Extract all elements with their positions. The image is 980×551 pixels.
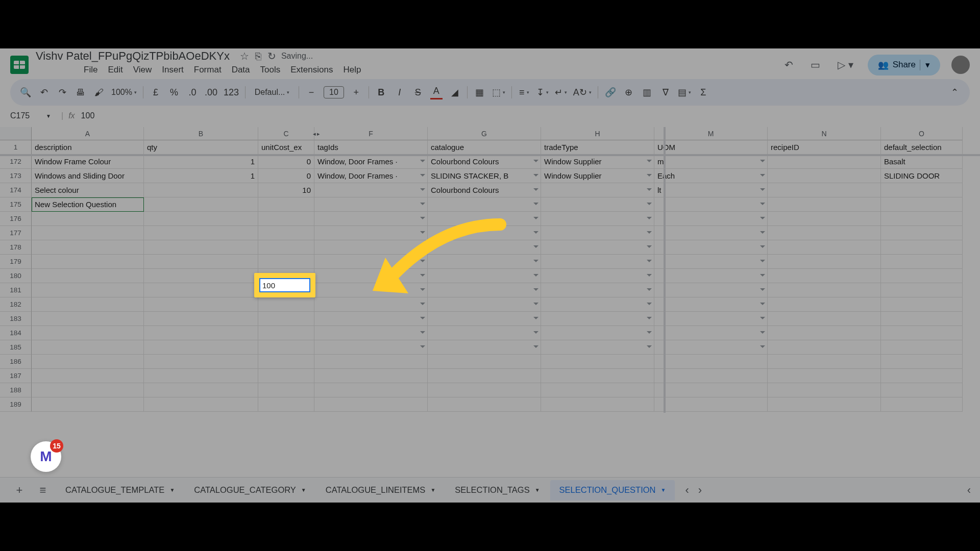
cell[interactable] [654, 255, 768, 269]
cell[interactable]: Select colour [32, 183, 144, 197]
col-header-F[interactable]: F [314, 127, 428, 140]
row-header-182[interactable]: 182 [0, 297, 32, 312]
cell[interactable] [428, 397, 541, 412]
cell[interactable] [314, 183, 428, 197]
sheet-tab[interactable]: SELECTION_TAGS▼ [446, 480, 549, 500]
extension-badge[interactable]: M 15 [31, 441, 61, 472]
cell[interactable] [144, 369, 258, 383]
cell[interactable] [541, 297, 654, 312]
percent-button[interactable]: % [168, 85, 180, 99]
menu-data[interactable]: Data [228, 63, 254, 77]
cell[interactable] [144, 297, 258, 312]
cell[interactable] [314, 197, 428, 212]
header-cell[interactable]: catalogue [428, 140, 541, 155]
cell[interactable] [144, 397, 258, 412]
cell[interactable] [541, 183, 654, 197]
chart-button[interactable]: ▥ [641, 85, 653, 99]
cell[interactable] [541, 212, 654, 226]
cell[interactable] [881, 283, 963, 297]
col-header-C[interactable]: C [258, 127, 314, 140]
cell[interactable] [258, 240, 314, 255]
sheet-tab-menu-icon[interactable]: ▼ [535, 487, 540, 493]
cell[interactable]: SLIDING DOOR [881, 169, 963, 183]
cell[interactable] [428, 369, 541, 383]
cell[interactable] [258, 326, 314, 340]
cell[interactable] [881, 340, 963, 355]
row-header-176[interactable]: 176 [0, 212, 32, 226]
menu-tools[interactable]: Tools [256, 63, 285, 77]
document-title[interactable]: Vishv Patel_FPuPgQizTPbibAOeDKYx [36, 49, 230, 63]
cell[interactable]: 0 [258, 169, 314, 183]
search-icon[interactable]: 🔍 [19, 85, 32, 99]
undo-icon[interactable]: ↶ [38, 85, 50, 99]
cell[interactable] [32, 326, 144, 340]
cell[interactable]: Colourbond Colours [428, 155, 541, 169]
cell[interactable]: 1 [144, 169, 258, 183]
cell[interactable] [654, 240, 768, 255]
h-align-button[interactable]: ≡ [518, 85, 530, 99]
row-header-188[interactable]: 188 [0, 383, 32, 397]
cell[interactable]: m [654, 155, 768, 169]
col-header-A[interactable]: A [32, 127, 144, 140]
cell[interactable] [144, 283, 258, 297]
cell[interactable] [32, 212, 144, 226]
cell[interactable] [768, 340, 881, 355]
cell[interactable] [541, 340, 654, 355]
cell[interactable] [258, 212, 314, 226]
increase-font-button[interactable]: + [350, 85, 362, 99]
cell[interactable] [258, 355, 314, 369]
history-icon[interactable]: ↶ [785, 59, 793, 71]
cell[interactable] [144, 383, 258, 397]
explore-button[interactable]: ‹ [967, 484, 971, 497]
comment-button[interactable]: ⊕ [623, 85, 635, 99]
merge-button[interactable]: ⬚ [492, 85, 505, 99]
cell[interactable] [32, 340, 144, 355]
cell[interactable]: Colourbond Colours [428, 183, 541, 197]
header-cell[interactable]: qty [144, 140, 258, 155]
print-icon[interactable]: 🖶 [75, 85, 87, 99]
share-dropdown-icon[interactable]: ▾ [920, 60, 930, 70]
cell[interactable] [314, 383, 428, 397]
cell[interactable] [654, 326, 768, 340]
cell[interactable] [654, 197, 768, 212]
cell[interactable] [654, 283, 768, 297]
cell-edit-input[interactable] [259, 278, 310, 292]
header-cell[interactable]: recipeID [768, 140, 881, 155]
share-button[interactable]: 👥 Share ▾ [868, 55, 940, 76]
row-header-173[interactable]: 173 [0, 169, 32, 183]
cell[interactable] [541, 283, 654, 297]
cell[interactable] [541, 312, 654, 326]
borders-button[interactable]: ▦ [474, 85, 486, 99]
menu-format[interactable]: Format [190, 63, 226, 77]
hidden-columns-indicator[interactable]: ◂▸ [312, 127, 321, 140]
cell[interactable] [144, 240, 258, 255]
account-avatar[interactable] [951, 56, 970, 74]
header-cell[interactable]: unitCost_ex [258, 140, 314, 155]
italic-button[interactable]: I [394, 85, 406, 99]
sheet-tab[interactable]: SELECTION_QUESTION▼ [550, 480, 675, 500]
col-header-B[interactable]: B [144, 127, 258, 140]
cell[interactable] [654, 312, 768, 326]
cell[interactable] [654, 340, 768, 355]
cell[interactable] [541, 226, 654, 240]
v-align-button[interactable]: ↧ [536, 85, 549, 99]
cell[interactable] [541, 397, 654, 412]
filter-views-button[interactable]: ▤ [678, 85, 691, 99]
cell[interactable] [768, 312, 881, 326]
meet-icon[interactable]: ▷ ▾ [838, 59, 853, 71]
cell[interactable]: lt [654, 183, 768, 197]
cell[interactable] [428, 197, 541, 212]
col-header-H[interactable]: H [541, 127, 654, 140]
cell[interactable] [428, 355, 541, 369]
cell[interactable] [541, 255, 654, 269]
cell[interactable] [144, 355, 258, 369]
cell[interactable] [258, 255, 314, 269]
cell[interactable] [258, 340, 314, 355]
cell[interactable] [32, 226, 144, 240]
more-formats-button[interactable]: 123 [224, 85, 239, 99]
cell[interactable] [32, 312, 144, 326]
functions-button[interactable]: Σ [697, 85, 709, 99]
text-color-button[interactable]: A [430, 85, 443, 99]
cell[interactable] [314, 340, 428, 355]
paint-format-icon[interactable]: 🖌 [93, 85, 105, 99]
